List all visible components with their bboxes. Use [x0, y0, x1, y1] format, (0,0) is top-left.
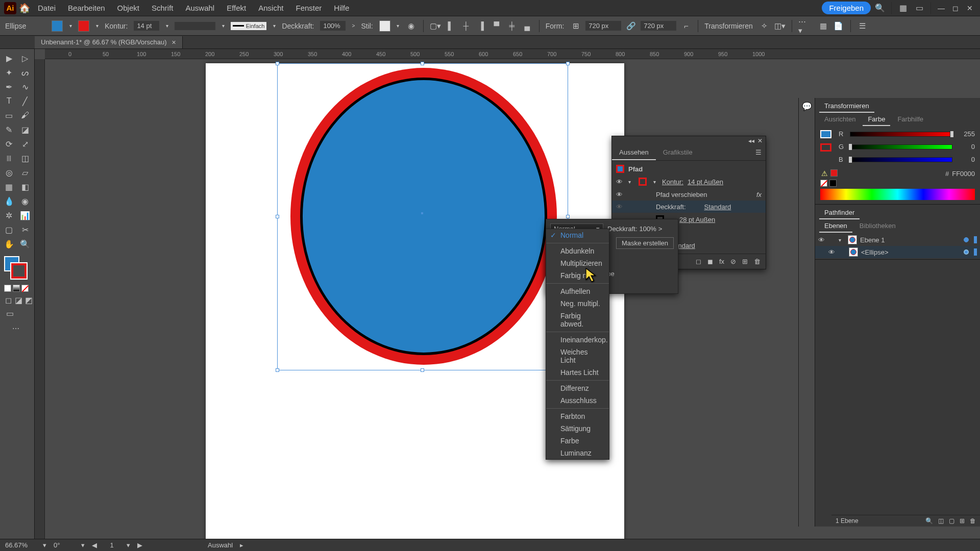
color-tab[interactable]: Farbe [863, 113, 890, 126]
stroke-caret-icon[interactable]: ▾ [93, 21, 101, 31]
blend-saturation[interactable]: Sättigung [546, 422, 609, 435]
blend-normal[interactable]: Normal [546, 229, 609, 241]
stroke-style-preview[interactable]: Einfach [231, 22, 266, 30]
arrange-icon[interactable]: ▦ [896, 2, 910, 14]
zoom-input[interactable] [5, 541, 36, 549]
stroke-value-link[interactable]: 14 pt Außen [688, 178, 723, 186]
rotation-input[interactable] [54, 541, 74, 549]
curvature-tool-icon[interactable]: ∿ [17, 80, 34, 94]
panel-collapse-icon[interactable]: ◂◂ [748, 137, 754, 144]
swatch-caret-icon[interactable]: ▾ [651, 177, 658, 187]
add-fill-icon[interactable]: ◼ [707, 258, 713, 265]
offset-path-label[interactable]: Pfad verschieben [656, 191, 707, 198]
blend-color-dodge[interactable]: Farbig abwed. [546, 310, 609, 330]
lasso-tool-icon[interactable]: ᔕ [17, 65, 34, 80]
stroke-swatch-icon[interactable] [639, 178, 647, 186]
artboard-next-icon[interactable]: ▶ [137, 541, 142, 549]
draw-behind-icon[interactable]: ◪ [14, 296, 22, 304]
app-logo[interactable]: Ai [4, 2, 16, 14]
draw-normal-icon[interactable]: ◻ [4, 296, 12, 304]
ref-point-icon[interactable]: ⊞ [570, 20, 581, 32]
blend-color-burn[interactable]: Farbig na [546, 269, 609, 282]
gpu-icon[interactable]: ▦ [818, 20, 829, 32]
rotation-caret-icon[interactable]: ▾ [81, 541, 85, 549]
draw-inside-icon[interactable]: ◩ [24, 296, 33, 304]
eyedropper-tool-icon[interactable]: 💧 [1, 194, 17, 208]
align-tab[interactable]: Ausrichten [819, 113, 861, 126]
blend-hue[interactable]: Farbton [546, 410, 609, 422]
pathfinder-tab[interactable]: Pathfinder [819, 207, 860, 219]
artboard-caret-icon[interactable]: ▾ [127, 541, 130, 549]
align-left-icon[interactable]: ▌ [445, 20, 456, 32]
layers-search-icon[interactable]: 🔍 [925, 517, 933, 524]
home-icon[interactable]: 🏠 [18, 2, 31, 14]
gradient-mode-icon[interactable] [13, 285, 20, 292]
popup-opacity-value[interactable]: 100% [640, 225, 656, 233]
layer-name[interactable]: Ebene 1 [860, 236, 885, 244]
target-indicator[interactable] [964, 237, 969, 242]
none-mode-icon[interactable] [21, 285, 29, 292]
stroke-style-caret-icon[interactable]: ▾ [271, 21, 278, 31]
fill-swatch[interactable] [52, 20, 63, 32]
link-wh-icon[interactable]: 🔗 [625, 20, 636, 32]
align-right-icon[interactable]: ▐ [476, 20, 487, 32]
none-color-icon[interactable] [820, 180, 827, 187]
share-button[interactable]: Freigeben [822, 2, 871, 14]
fill-caret-icon[interactable]: ▾ [67, 21, 74, 31]
blend-screen[interactable]: Neg. multipl. [546, 297, 609, 310]
opacity-caret-icon[interactable]: > [658, 225, 663, 233]
clear-icon[interactable]: ⊘ [730, 258, 736, 265]
color-spectrum[interactable] [820, 189, 975, 200]
chart-icon[interactable]: ◫▾ [774, 20, 786, 32]
duplicate-icon[interactable]: ⊞ [742, 258, 748, 265]
blend-difference[interactable]: Differenz [546, 382, 609, 394]
object-name[interactable]: <Ellipse> [861, 248, 888, 256]
doc-setup-icon[interactable]: 📄 [833, 20, 844, 32]
rotate-tool-icon[interactable]: ⟳ [1, 137, 17, 151]
layers-options-icon[interactable]: ◫ [938, 517, 944, 524]
brush-caret-icon[interactable]: ▾ [219, 21, 227, 31]
visibility-icon[interactable]: 👁 [616, 203, 624, 211]
zoom-tool-icon[interactable]: 🔍 [17, 237, 34, 251]
menu-select[interactable]: Auswahl [180, 2, 219, 14]
comment-dock-icon[interactable]: 💬 [799, 98, 815, 114]
libraries-tab[interactable]: Bibliotheken [854, 220, 901, 233]
gamut-swatch[interactable] [830, 169, 838, 177]
preferences-icon[interactable]: ⋯▾ [798, 20, 810, 32]
artboard-input[interactable] [104, 541, 119, 549]
perspective-tool-icon[interactable]: ▱ [17, 165, 34, 180]
edit-toolbar-icon[interactable]: ⋯ [12, 324, 33, 333]
layer-row[interactable]: 👁 ▾ Ebene 1 [815, 234, 980, 246]
search-icon[interactable]: 🔍 [873, 2, 887, 14]
type-tool-icon[interactable]: T [1, 94, 17, 108]
panel-menu-icon[interactable]: ☰ [751, 145, 766, 160]
status-caret-icon[interactable]: ▸ [240, 541, 243, 549]
recolor-icon[interactable]: ◉ [406, 20, 417, 32]
blend-overlay[interactable]: Ineinanderkop. [546, 334, 609, 346]
paintbrush-tool-icon[interactable]: 🖌 [17, 108, 34, 122]
stroke-swatch[interactable] [78, 20, 89, 32]
menu-effect[interactable]: Effekt [222, 2, 251, 14]
delete-layer-icon[interactable]: 🗑 [970, 517, 976, 524]
screen-mode-icon[interactable]: ▭ [4, 308, 15, 318]
graphic-styles-tab[interactable]: Grafikstile [656, 145, 700, 160]
selection-tool-icon[interactable]: ▶ [1, 51, 17, 65]
menu-window[interactable]: Fenster [290, 2, 327, 14]
visibility-icon[interactable]: 👁 [818, 236, 826, 244]
direct-selection-tool-icon[interactable]: ▷ [17, 51, 34, 65]
layer-row[interactable]: 👁 <Ellipse> [815, 246, 980, 258]
align-center-h-icon[interactable]: ┼ [460, 20, 472, 32]
color-swatches[interactable] [4, 256, 30, 282]
new-sublayer-icon[interactable]: ▢ [949, 517, 954, 524]
artboard-prev-icon[interactable]: ◀ [92, 541, 97, 549]
symbol-sprayer-tool-icon[interactable]: ✲ [1, 208, 17, 222]
stroke-weight-input[interactable] [134, 21, 159, 31]
style-swatch[interactable] [379, 20, 390, 32]
menu-edit[interactable]: Bearbeiten [63, 2, 110, 14]
align-bottom-icon[interactable]: ▄ [522, 20, 533, 32]
stroke-color-swatch[interactable] [11, 263, 27, 279]
tab-close-icon[interactable]: × [172, 38, 176, 46]
target-indicator[interactable] [964, 249, 969, 255]
gamut-warning-icon[interactable]: ⚠ [820, 169, 828, 178]
minimize-icon[interactable]: — [935, 3, 947, 13]
